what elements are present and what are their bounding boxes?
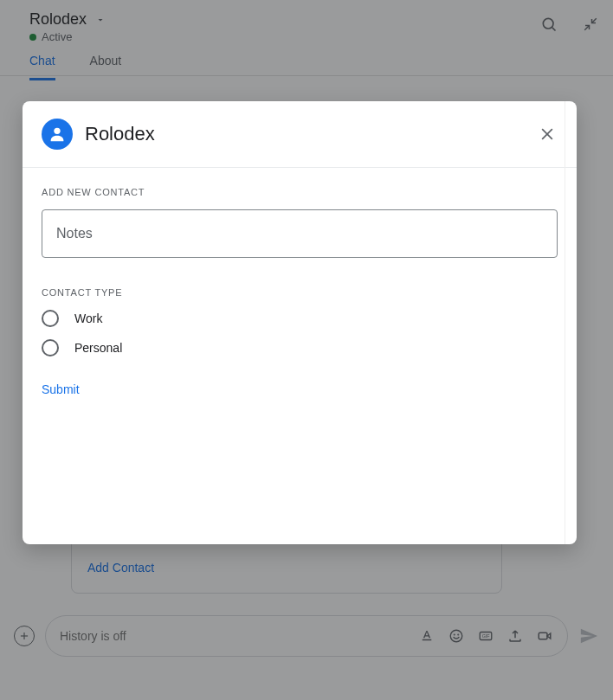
radio-icon bbox=[42, 310, 59, 327]
section-add-contact-label: ADD NEW CONTACT bbox=[42, 187, 558, 197]
notes-field[interactable]: Notes bbox=[42, 209, 558, 258]
person-icon bbox=[42, 119, 73, 150]
section-contact-type-label: CONTACT TYPE bbox=[42, 287, 558, 298]
dialog-body: ADD NEW CONTACT Notes CONTACT TYPE Work … bbox=[23, 168, 577, 416]
radio-option-work[interactable]: Work bbox=[42, 310, 558, 327]
radio-icon bbox=[42, 339, 59, 356]
radio-label: Personal bbox=[74, 341, 122, 355]
notes-field-label: Notes bbox=[56, 226, 93, 241]
dialog-header: Rolodex bbox=[23, 101, 577, 168]
dialog: Rolodex ADD NEW CONTACT Notes CONTACT TY… bbox=[23, 101, 577, 544]
close-icon[interactable] bbox=[537, 124, 558, 144]
radio-label: Work bbox=[74, 311, 102, 325]
svg-point-13 bbox=[54, 128, 60, 134]
dialog-title: Rolodex bbox=[85, 123, 525, 145]
submit-button[interactable]: Submit bbox=[42, 382, 80, 396]
radio-option-personal[interactable]: Personal bbox=[42, 339, 558, 356]
dialog-scrollbar-track bbox=[565, 101, 577, 544]
